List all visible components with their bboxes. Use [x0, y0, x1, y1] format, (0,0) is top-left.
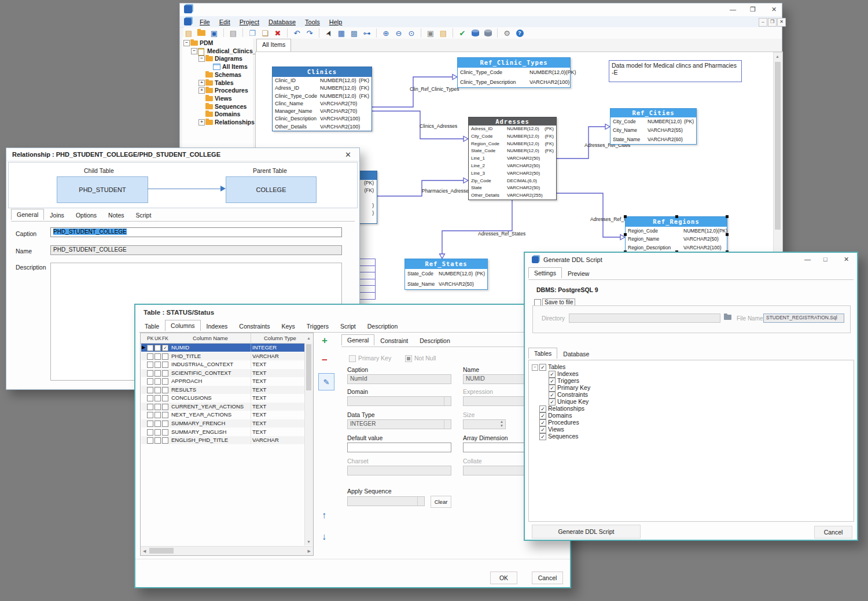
- entity-ref_states[interactable]: Ref_StatesState_CodeNUMBER(12,0)(PK)Stat…: [404, 259, 488, 290]
- menu-edit[interactable]: Edit: [215, 17, 235, 27]
- directory-input[interactable]: [569, 314, 720, 323]
- rel-tab-general[interactable]: General: [11, 209, 44, 220]
- not-null-checkbox[interactable]: [405, 355, 412, 362]
- ddl-tab-preview[interactable]: Preview: [562, 268, 595, 279]
- menu-file[interactable]: File: [195, 17, 215, 27]
- relationship-icon[interactable]: ⊶: [362, 28, 372, 38]
- uk-checkbox[interactable]: [155, 362, 161, 368]
- relationships-checkbox[interactable]: ✓: [539, 405, 546, 412]
- detail-tab-description[interactable]: Description: [414, 335, 456, 346]
- apply-sequence-combo[interactable]: [347, 496, 425, 506]
- entity-ref_cities[interactable]: Ref_CitiesCity_CodeNUMBER(12,0)(PK)City_…: [610, 108, 697, 145]
- diagram-note[interactable]: Data model for Medical clincs and Pharma…: [609, 60, 742, 82]
- sidebar-item-diagrams[interactable]: −Diagrams: [182, 55, 253, 62]
- select-cursor-icon[interactable]: ➤: [323, 28, 334, 38]
- table-row[interactable]: APPROACHTEXT: [141, 377, 304, 385]
- uk-checkbox[interactable]: [155, 421, 161, 427]
- table-row[interactable]: ▶✓NUMIDINTEGER: [141, 344, 304, 352]
- grid-scroll-down-icon[interactable]: ▼: [307, 540, 311, 544]
- close-button[interactable]: ✕: [771, 6, 777, 13]
- expand-icon[interactable]: +: [198, 87, 205, 94]
- fk-checkbox[interactable]: [162, 421, 168, 427]
- views-checkbox[interactable]: ✓: [539, 426, 546, 433]
- canvas-tab-all-items[interactable]: All Items: [256, 39, 291, 52]
- grid-vscrollbar[interactable]: ▼: [304, 343, 313, 545]
- help-icon[interactable]: ?: [514, 28, 525, 38]
- generate-ddl-button[interactable]: Generate DDL Script: [532, 525, 641, 539]
- child-table-box[interactable]: PHD_STUDENT: [57, 176, 148, 203]
- name-input[interactable]: PHD_STUDENT_COLLEGE: [50, 245, 342, 255]
- clear-sequence-button[interactable]: Clear: [431, 496, 451, 508]
- expand-icon[interactable]: +: [198, 80, 205, 86]
- minimize-button[interactable]: —: [730, 6, 736, 13]
- pk-checkbox[interactable]: [147, 362, 153, 368]
- ddl-tree-item-sequences[interactable]: ✓Sequences: [529, 433, 854, 440]
- ddl-minimize-button[interactable]: —: [804, 256, 811, 263]
- sidebar-item-procedures[interactable]: +Procedures: [182, 87, 253, 94]
- remove-column-icon[interactable]: −: [322, 355, 328, 366]
- redo-icon[interactable]: ↷: [304, 28, 315, 38]
- check-icon[interactable]: ✔: [457, 28, 468, 38]
- ddl-cancel-button[interactable]: Cancel: [814, 526, 852, 539]
- status-tab-columns[interactable]: Columns: [165, 320, 200, 331]
- ddl-close-button[interactable]: ✕: [844, 256, 849, 263]
- menu-tools[interactable]: Tools: [300, 17, 325, 27]
- move-down-icon[interactable]: ↓: [322, 532, 326, 542]
- uk-checkbox[interactable]: [155, 412, 161, 418]
- collapse-icon[interactable]: −: [191, 48, 197, 54]
- sidebar-item-domains[interactable]: Domains: [182, 110, 253, 118]
- ddl-tab-settings[interactable]: Settings: [528, 267, 562, 278]
- fk-checkbox[interactable]: [162, 429, 168, 436]
- fk-checkbox[interactable]: [162, 353, 168, 360]
- table-row[interactable]: SUMMARY_ENGLISHTEXT: [141, 428, 304, 436]
- parent-table-box[interactable]: COLLEGE: [226, 176, 317, 203]
- undo-icon[interactable]: ↶: [292, 28, 302, 38]
- table-row[interactable]: SUMMARY_FRENCHTEXT: [141, 419, 304, 427]
- default-value-input[interactable]: [347, 443, 451, 452]
- pk-checkbox[interactable]: [147, 345, 153, 351]
- edit-column-button[interactable]: ✎: [318, 373, 334, 390]
- entity-clinics[interactable]: ClinicsClinic_IDNUMBER(12,0)(PK)Adress_I…: [272, 67, 372, 131]
- spinner-down-icon[interactable]: ▼: [500, 424, 503, 427]
- charset-input[interactable]: [347, 466, 451, 475]
- menu-project[interactable]: Project: [235, 17, 264, 27]
- uk-checkbox[interactable]: [155, 378, 161, 385]
- rel-tab-script[interactable]: Script: [130, 209, 157, 220]
- sidebar-item-relationships[interactable]: +Relationships: [182, 119, 253, 126]
- detail-tab-general[interactable]: General: [341, 334, 374, 345]
- pk-checkbox[interactable]: [147, 429, 153, 436]
- table-row[interactable]: NEXT_YEAR_ACTIONSTEXT: [141, 411, 304, 419]
- status-tab-indexes[interactable]: Indexes: [201, 320, 234, 331]
- grid-header-column-name[interactable]: Column Name: [193, 335, 228, 341]
- table-row[interactable]: RESULTSTEXT: [141, 386, 304, 394]
- grid-header-uk[interactable]: UK: [155, 335, 161, 341]
- fk-checkbox[interactable]: [162, 404, 168, 410]
- fk-checkbox[interactable]: [162, 378, 168, 385]
- uk-checkbox[interactable]: [155, 387, 161, 393]
- grid-header-pk[interactable]: PK: [147, 335, 153, 341]
- sidebar-item-tables[interactable]: +Tables: [182, 79, 253, 87]
- rel-tab-notes[interactable]: Notes: [102, 209, 130, 220]
- pk-checkbox[interactable]: [147, 404, 153, 410]
- spinner-up-icon[interactable]: ▲: [500, 420, 503, 423]
- expand-icon[interactable]: +: [198, 119, 205, 126]
- table-view-icon[interactable]: ▩: [349, 28, 359, 38]
- triggers-checkbox[interactable]: ✓: [549, 378, 556, 385]
- domain-input[interactable]: [347, 396, 451, 406]
- uk-checkbox[interactable]: [155, 429, 161, 436]
- status-tab-script[interactable]: Script: [334, 320, 362, 331]
- fk-checkbox[interactable]: [162, 395, 168, 401]
- pk-checkbox[interactable]: [147, 353, 153, 360]
- pk-checkbox[interactable]: [147, 437, 153, 444]
- ddl-maximize-button[interactable]: □: [823, 256, 827, 263]
- detail-tab-constraint[interactable]: Constraint: [374, 335, 414, 346]
- pk-checkbox[interactable]: [147, 387, 153, 393]
- file-name-input[interactable]: STUDENT_REGISTRATION.Sql: [763, 314, 844, 323]
- rel-tab-options[interactable]: Options: [70, 209, 102, 220]
- menu-database[interactable]: Database: [264, 17, 300, 27]
- zoom-out-icon[interactable]: ⊖: [393, 28, 404, 38]
- pk-checkbox[interactable]: [147, 395, 153, 401]
- sidebar-item-sequences[interactable]: Sequences: [182, 103, 253, 110]
- size-input[interactable]: ▲▼: [463, 419, 506, 429]
- caption-input[interactable]: NumId: [347, 374, 451, 384]
